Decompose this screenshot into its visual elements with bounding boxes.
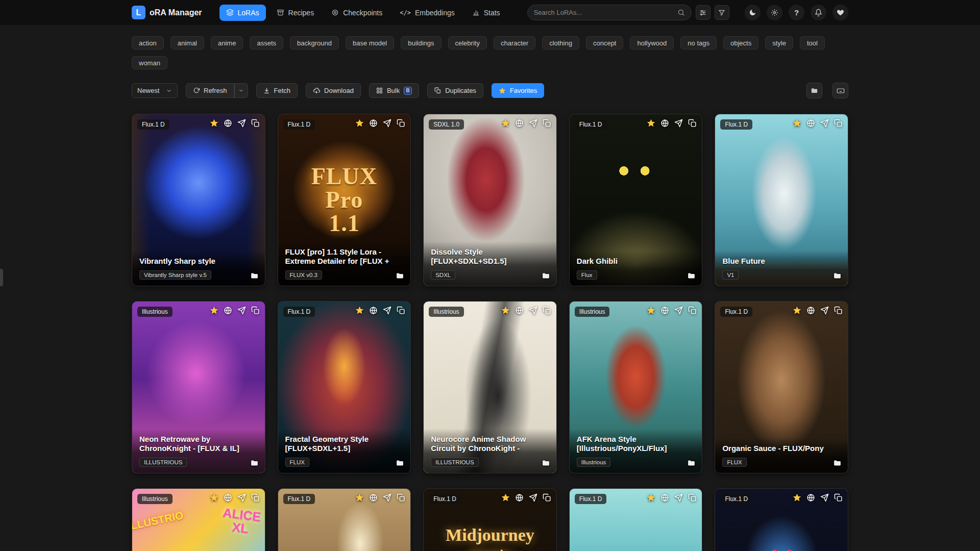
favorite-star-icon[interactable] <box>501 119 510 128</box>
favorite-star-icon[interactable] <box>210 119 218 128</box>
lora-card[interactable]: Flux.1 D <box>278 488 411 551</box>
nav-item-stats[interactable]: Stats <box>465 5 507 21</box>
send-icon[interactable] <box>820 306 829 315</box>
favorite-star-icon[interactable] <box>647 119 655 128</box>
copy-icon[interactable] <box>397 493 405 502</box>
tag-pill[interactable]: character <box>494 36 535 49</box>
tag-pill[interactable]: anime <box>211 36 243 49</box>
folder-icon[interactable] <box>687 459 696 467</box>
folder-icon[interactable] <box>687 271 696 280</box>
copy-icon[interactable] <box>543 493 551 502</box>
favorite-star-icon[interactable] <box>647 493 655 502</box>
lora-card[interactable]: Flux.1 D <box>715 488 848 551</box>
send-icon[interactable] <box>383 306 391 315</box>
globe-icon[interactable] <box>369 306 378 315</box>
copy-icon[interactable] <box>251 493 260 502</box>
folder-view-button[interactable] <box>806 83 822 98</box>
copy-icon[interactable] <box>834 493 843 502</box>
lora-card[interactable]: Flux.1 D <box>569 488 703 551</box>
lora-card[interactable]: ALICE XL ILLUSTRIO Illustrious <box>132 488 265 551</box>
send-icon[interactable] <box>674 119 683 128</box>
copy-icon[interactable] <box>543 306 551 315</box>
tag-pill[interactable]: buildings <box>401 36 441 49</box>
favorite-star-icon[interactable] <box>355 493 364 502</box>
globe-icon[interactable] <box>515 119 524 128</box>
send-icon[interactable] <box>383 493 391 502</box>
copy-icon[interactable] <box>688 493 697 502</box>
folder-icon[interactable] <box>396 459 404 467</box>
globe-icon[interactable] <box>369 493 378 502</box>
copy-icon[interactable] <box>251 119 260 128</box>
lora-card[interactable]: Flux.1 D Organic Sauce - FLUX/Pony FLUX <box>715 301 848 473</box>
copy-icon[interactable] <box>834 306 843 315</box>
nav-item-recipes[interactable]: Recipes <box>270 5 321 21</box>
copy-icon[interactable] <box>834 119 843 128</box>
refresh-button[interactable]: Refresh <box>186 83 234 98</box>
copy-icon[interactable] <box>688 306 697 315</box>
folder-icon[interactable] <box>833 271 842 280</box>
lora-card[interactable]: Flux.1 D Dark Ghibli Flux <box>569 114 703 286</box>
favorite-star-icon[interactable] <box>647 306 655 315</box>
lora-card[interactable]: Illustrious Neon Retrowave by ChronoKnig… <box>132 301 265 473</box>
lora-card[interactable]: Flux.1 D Fractal Geometry Style [FLUX+SD… <box>278 301 411 473</box>
send-icon[interactable] <box>820 493 829 502</box>
copy-icon[interactable] <box>688 119 697 128</box>
tag-pill[interactable]: no tags <box>680 36 717 49</box>
favorite-star-icon[interactable] <box>793 306 801 315</box>
lora-card[interactable]: Flux.1 D Vibrantly Sharp style Vibrantly… <box>132 114 265 286</box>
globe-icon[interactable] <box>369 119 378 128</box>
copy-icon[interactable] <box>543 119 551 128</box>
tag-pill[interactable]: hollywood <box>630 36 674 49</box>
tag-pill[interactable]: concept <box>586 36 624 49</box>
favorite-star-icon[interactable] <box>355 119 364 128</box>
folder-icon[interactable] <box>396 271 404 280</box>
globe-icon[interactable] <box>806 493 815 502</box>
globe-icon[interactable] <box>224 119 232 128</box>
refresh-menu-button[interactable] <box>234 83 248 98</box>
send-icon[interactable] <box>820 119 829 128</box>
folder-icon[interactable] <box>250 459 259 467</box>
send-icon[interactable] <box>529 306 537 315</box>
sort-select[interactable]: Newest <box>132 83 178 98</box>
copy-icon[interactable] <box>397 306 405 315</box>
app-logo[interactable]: L <box>132 6 145 19</box>
lora-card[interactable]: Flux.1 D Blue Future V1 <box>715 114 848 286</box>
globe-icon[interactable] <box>515 493 524 502</box>
send-icon[interactable] <box>237 493 246 502</box>
tag-pill[interactable]: objects <box>723 36 758 49</box>
tag-pill[interactable]: clothing <box>542 36 579 49</box>
lora-card[interactable]: Illustrious Neurocore Anime Shadow Circu… <box>423 301 557 473</box>
globe-icon[interactable] <box>515 306 524 315</box>
support-button[interactable] <box>832 5 848 20</box>
copy-icon[interactable] <box>251 306 260 315</box>
lora-card[interactable]: FLUX Pro 1.1 Flux.1 D FLUX [pro] 1.1 Sty… <box>278 114 411 286</box>
copy-icon[interactable] <box>397 119 405 128</box>
duplicates-button[interactable]: Duplicates <box>427 83 483 98</box>
settings-button[interactable] <box>767 5 782 20</box>
tag-pill[interactable]: assets <box>250 36 283 49</box>
folder-icon[interactable] <box>833 459 842 467</box>
bulk-button[interactable]: Bulk B <box>369 83 419 98</box>
lora-card[interactable]: Midjourney meets Flux.1 D <box>423 488 557 551</box>
folder-icon[interactable] <box>542 271 550 280</box>
nav-item-loras[interactable]: LoRAs <box>219 5 266 21</box>
favorite-star-icon[interactable] <box>210 306 218 315</box>
send-icon[interactable] <box>529 493 537 502</box>
scroll-indicator[interactable] <box>0 269 3 286</box>
favorites-filter-button[interactable]: Favorites <box>492 83 544 98</box>
favorite-star-icon[interactable] <box>501 493 510 502</box>
favorite-star-icon[interactable] <box>793 119 801 128</box>
nav-item-embeddings[interactable]: </> Embeddings <box>393 5 461 21</box>
search-icon[interactable] <box>677 9 685 16</box>
send-icon[interactable] <box>383 119 391 128</box>
globe-icon[interactable] <box>806 119 815 128</box>
lora-card[interactable]: SDXL 1.0 Dissolve Style [FLUX+SDXL+SD1.5… <box>423 114 557 286</box>
globe-icon[interactable] <box>660 119 669 128</box>
tag-pill[interactable]: action <box>132 36 164 49</box>
tag-pill[interactable]: base model <box>346 36 394 49</box>
download-button[interactable]: Download <box>306 83 361 98</box>
send-icon[interactable] <box>529 119 537 128</box>
globe-icon[interactable] <box>806 306 815 315</box>
tag-pill[interactable]: style <box>765 36 793 49</box>
theme-toggle-button[interactable] <box>745 5 761 20</box>
